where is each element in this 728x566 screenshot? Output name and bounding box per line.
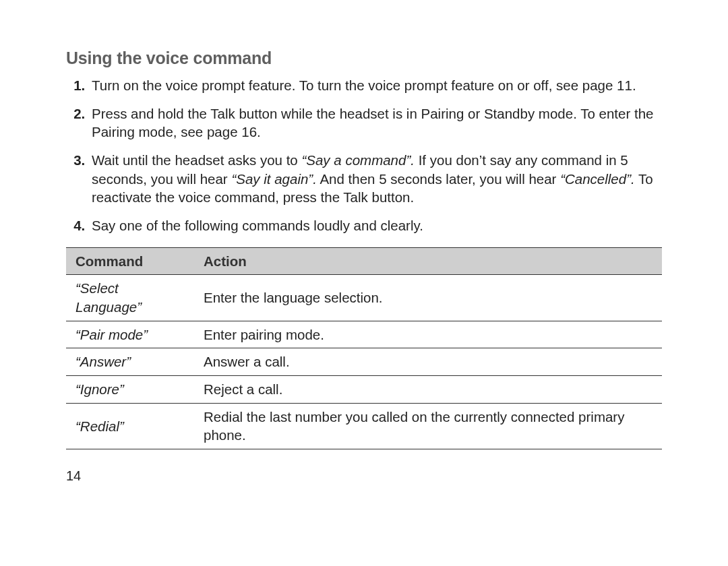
table-row: “Select Language” Enter the language sel… bbox=[66, 275, 662, 321]
step-3-text-c: And then 5 seconds later, you will hear bbox=[317, 171, 560, 187]
command-cell: “Pair mode” bbox=[66, 321, 194, 348]
page-number: 14 bbox=[66, 468, 662, 484]
section-heading: Using the voice command bbox=[66, 49, 662, 68]
step-4: Say one of the following commands loudly… bbox=[89, 216, 662, 235]
command-cell: “Ignore” bbox=[66, 376, 194, 404]
command-cell: “Select Language” bbox=[66, 275, 194, 321]
action-cell: Enter the language selection. bbox=[194, 275, 662, 321]
table-row: “Ignore” Reject a call. bbox=[66, 376, 662, 404]
table-row: “Redial” Redial the last number you call… bbox=[66, 403, 662, 449]
manual-page: Using the voice command Turn on the voic… bbox=[0, 0, 728, 504]
step-3-text-a: Wait until the headset asks you to bbox=[92, 152, 301, 168]
step-3-quote-3: “Cancelled”. bbox=[560, 171, 635, 187]
table-row: “Answer” Answer a call. bbox=[66, 348, 662, 376]
step-3: Wait until the headset asks you to “Say … bbox=[89, 151, 662, 207]
step-1: Turn on the voice prompt feature. To tur… bbox=[89, 76, 662, 95]
action-cell: Reject a call. bbox=[194, 376, 662, 404]
action-cell: Enter pairing mode. bbox=[194, 321, 662, 348]
command-cell: “Redial” bbox=[66, 403, 194, 449]
step-3-quote-1: “Say a command”. bbox=[301, 152, 414, 168]
step-2: Press and hold the Talk button while the… bbox=[89, 104, 662, 142]
step-3-quote-2: “Say it again”. bbox=[231, 171, 316, 187]
steps-list: Turn on the voice prompt feature. To tur… bbox=[66, 76, 662, 235]
command-cell: “Answer” bbox=[66, 348, 194, 376]
table-header-action: Action bbox=[194, 247, 662, 275]
action-cell: Answer a call. bbox=[194, 348, 662, 376]
table-header-command: Command bbox=[66, 247, 194, 275]
action-cell: Redial the last number you called on the… bbox=[194, 403, 662, 449]
table-row: “Pair mode” Enter pairing mode. bbox=[66, 321, 662, 348]
table-header-row: Command Action bbox=[66, 247, 662, 275]
commands-table: Command Action “Select Language” Enter t… bbox=[66, 247, 662, 449]
